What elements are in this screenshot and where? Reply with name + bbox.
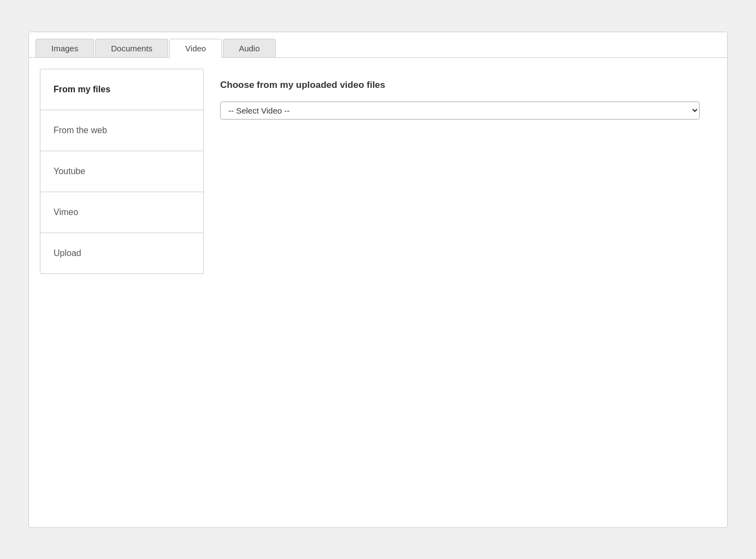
content-area: From my files From the web Youtube Vimeo… — [29, 58, 727, 527]
sidebar-item-from-my-files[interactable]: From my files — [40, 69, 203, 110]
main-content: Choose from my uploaded video files -- S… — [204, 69, 716, 516]
tab-images[interactable]: Images — [36, 39, 94, 57]
tab-audio[interactable]: Audio — [223, 39, 275, 57]
section-title: Choose from my uploaded video files — [220, 80, 700, 91]
sidebar: From my files From the web Youtube Vimeo… — [40, 69, 204, 274]
sidebar-item-youtube[interactable]: Youtube — [40, 151, 203, 192]
sidebar-item-from-the-web[interactable]: From the web — [40, 110, 203, 151]
tab-video[interactable]: Video — [169, 39, 222, 58]
sidebar-item-vimeo[interactable]: Vimeo — [40, 192, 203, 233]
video-select-dropdown[interactable]: -- Select Video -- — [220, 102, 700, 120]
tabs-bar: Images Documents Video Audio — [29, 32, 727, 58]
sidebar-item-upload[interactable]: Upload — [40, 233, 203, 273]
modal-container: Images Documents Video Audio From my fil… — [28, 32, 728, 528]
tab-documents[interactable]: Documents — [95, 39, 168, 57]
